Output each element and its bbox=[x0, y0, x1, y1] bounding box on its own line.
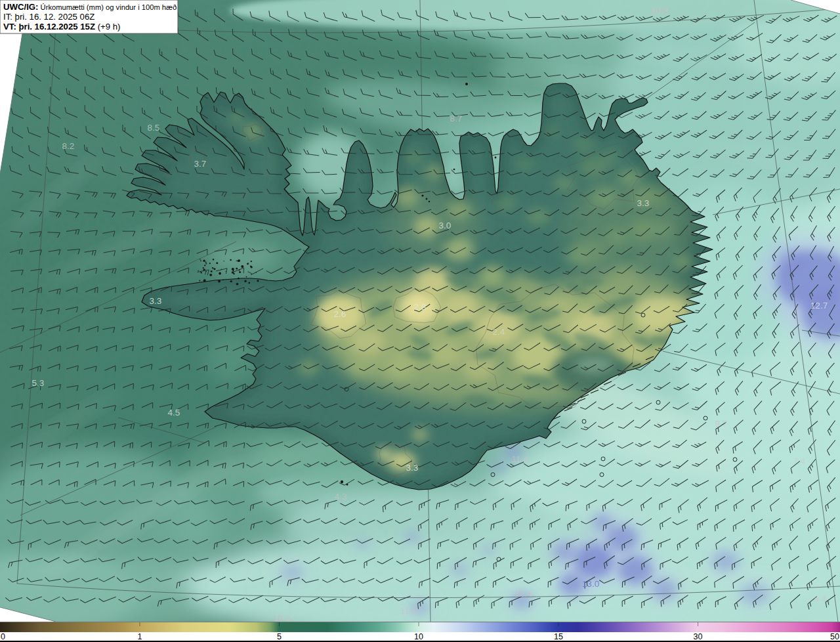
svg-text:1: 1 bbox=[138, 632, 142, 641]
svg-text:VT: þri. 16.12.2025 15Z (+9 h): VT: þri. 16.12.2025 15Z (+9 h) bbox=[3, 22, 121, 32]
svg-text:50: 50 bbox=[830, 632, 839, 641]
svg-text:UWC/IG: Úrkomumætti (mm) og vi: UWC/IG: Úrkomumætti (mm) og vindur i 100… bbox=[3, 2, 177, 12]
svg-text:10: 10 bbox=[414, 632, 423, 641]
svg-text:IT: þri. 16. 12. 2025 06Z: IT: þri. 16. 12. 2025 06Z bbox=[3, 12, 94, 22]
svg-text:30: 30 bbox=[694, 632, 703, 641]
svg-text:15: 15 bbox=[554, 632, 563, 641]
svg-text:0: 0 bbox=[1, 632, 5, 641]
svg-text:5: 5 bbox=[277, 632, 282, 641]
